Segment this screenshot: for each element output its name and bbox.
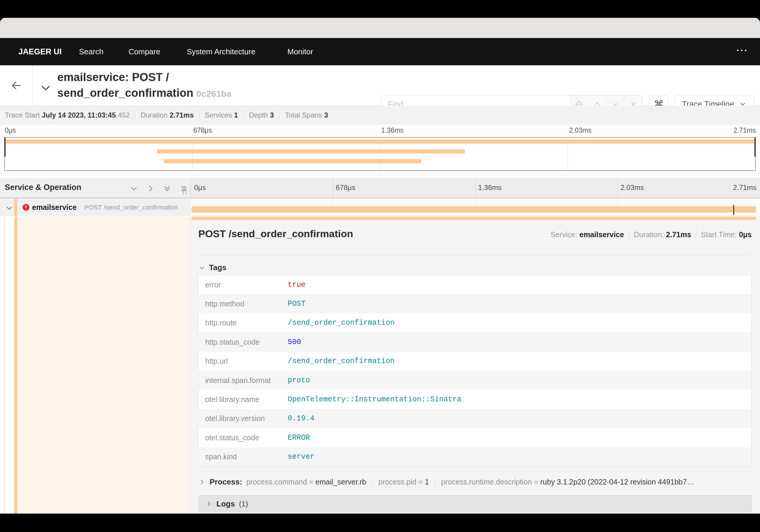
arrow-left-icon [10,79,23,92]
span-operation-name: POST /send_order_confirmation [84,204,178,211]
divider [198,255,752,255]
tag-key: otel.library.version [199,414,288,423]
process-value: ruby 3.1.2p20 (2022-04-12 revision 4491b… [540,478,694,486]
tag-value: 500 [288,338,751,347]
tag-key: otel.library.name [199,395,288,404]
minimap-span-bar [164,159,421,163]
duration-value: 2.71ms [169,111,194,119]
span-row-timeline[interactable] [190,199,760,216]
app-window: JAEGER UI Search Compare System Architec… [0,18,760,513]
log-marker[interactable] [733,205,734,215]
timeline-ruler: 0μs 678μs 1.36ms 2.03ms 2.71ms [190,178,760,198]
trace-duration: Duration 2.71ms [141,111,194,119]
process-value: email_server.rb [315,478,366,486]
minimap-span-bar [5,139,755,144]
column-resize-grip[interactable] [183,187,186,194]
span-row-emailservice[interactable]: emailservice POST /send_order_confirmati… [0,199,760,216]
span-color-strip [14,217,17,513]
span-duration-bar[interactable] [191,217,756,220]
span-table-header: Service & Operation 0μs 678μs 1.36ms 2.0… [0,178,760,198]
tick-label: 1.36ms [381,126,404,134]
logs-section-toggle[interactable]: Logs (1) [198,495,752,512]
trace-total-spans: Total Spans 3 [285,111,328,119]
chevron-right-icon [198,479,206,486]
nav-overflow-icon[interactable]: ··· [736,38,748,65]
tag-value: 0.19.4 [288,414,751,423]
nav-item-monitor[interactable]: Monitor [287,38,313,65]
span-duration-bar[interactable] [191,206,756,213]
span-detail-title: POST /send_order_confirmation [198,228,353,240]
tags-section-toggle[interactable]: Tags [198,263,226,272]
tag-row: otel.library.version0.19.4 [199,409,751,428]
process-section-toggle[interactable]: Process: process.command = email_server.… [198,477,752,487]
nav-item-search[interactable]: Search [79,38,103,65]
tag-key: internal.span.format [199,376,288,385]
minimap-right-drag-handle[interactable] [754,137,756,157]
divider [279,111,280,120]
ruler-tick-label: 2.03ms [620,183,644,192]
nav-item-system-architecture[interactable]: System Architecture [187,38,255,65]
process-kv: process.pid = 1 [379,478,429,486]
nav-item-compare[interactable]: Compare [128,38,160,65]
collapse-children-chevron-icon[interactable] [5,204,13,212]
trace-depth: Depth 3 [249,111,274,119]
process-key: process.pid [379,478,416,486]
services-label: Services [205,111,232,119]
spacer [0,171,760,178]
tag-value: POST [288,300,751,308]
start-time-value: 0μs [739,230,752,239]
tags-table: errortrue http.methodPOST http.route/sen… [198,275,752,467]
trace-timeline-minimap[interactable] [4,137,756,171]
tag-value: OpenTelemetry::Instrumentation::Sinatra [288,395,751,404]
tag-key: error [199,280,288,289]
trace-page-header: emailservice: POST / send_order_confirma… [0,65,760,106]
ruler-tick-label: 678μs [336,183,356,192]
total-spans-label: Total Spans [285,111,322,119]
trace-services: Services 1 [205,111,238,119]
expand-one-level-icon[interactable] [146,184,155,193]
tag-row: http.route/send_order_confirmation [199,314,751,332]
ruler-tick-label: 2.71ms [733,183,756,192]
selected-row-highlight [17,217,190,513]
trace-start: Trace Start July 14 2023, 11:03:45.452 [5,111,130,119]
collapse-all-icon[interactable] [163,184,171,193]
minimap-span-bar [157,149,465,154]
divider [372,478,373,487]
collapse-trace-header-chevron-icon[interactable] [40,82,52,94]
start-time-label: Start Time: [701,230,737,239]
duration-label: Duration: [634,230,664,239]
nav-brand[interactable]: JAEGER UI [19,38,62,65]
tick-label: 0μs [5,126,16,134]
trace-start-label: Trace Start [5,111,40,119]
tag-key: http.method [199,300,288,308]
process-kv: process.runtime.description = ruby 3.1.2… [441,478,694,486]
tag-row: http.methodPOST [199,294,751,313]
tag-key: http.url [199,357,288,365]
back-button[interactable] [0,65,33,105]
process-header: Process: [210,477,242,487]
tree-guide-line [4,217,4,513]
tag-key: http.status_code [199,338,288,347]
duration-value: 2.71ms [666,230,691,239]
tag-value: server [288,453,751,461]
duration-label: Duration [141,111,168,119]
minimap-left-drag-handle[interactable] [4,137,6,157]
span-row-name-column[interactable]: emailservice POST /send_order_confirmati… [0,199,190,216]
tag-value: true [288,280,751,289]
divider [435,478,435,487]
divider [243,111,244,120]
tag-value: proto [288,376,751,385]
tag-row: otel.library.nameOpenTelemetry::Instrume… [199,390,751,409]
trace-id: 0c261ba [196,89,231,99]
chevron-down-icon [198,264,206,271]
collapse-one-level-icon[interactable] [129,184,138,193]
tag-value: ERROR [288,433,751,442]
divider [199,111,200,120]
process-key: process.command [246,478,307,486]
total-spans-value: 3 [324,111,328,119]
span-color-strip [14,199,17,216]
services-value: 1 [234,111,238,119]
equals-sign: = [418,478,423,486]
tick-label: 2.71ms [734,126,756,134]
trace-start-fraction: .452 [116,111,130,119]
